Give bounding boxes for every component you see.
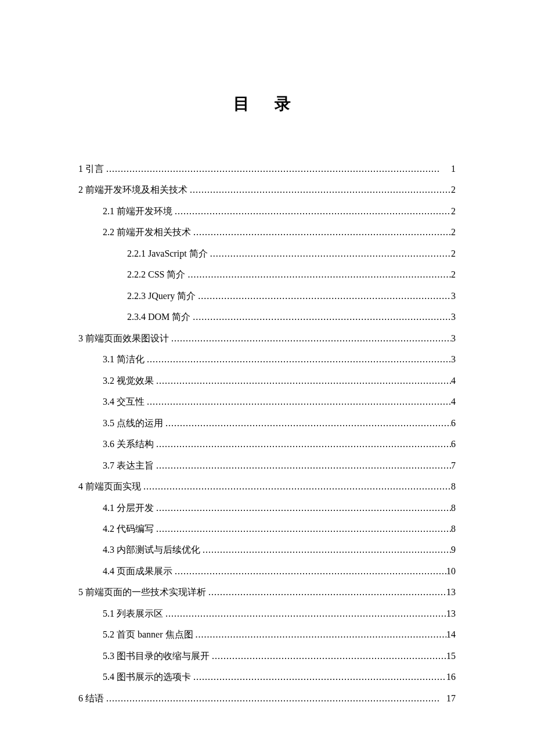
toc-entry-page: 3: [451, 349, 456, 370]
toc-dots: [172, 201, 451, 222]
toc-entry-number: 4.2: [103, 524, 114, 534]
toc-entry-number: 4.3: [103, 545, 114, 555]
toc-entry-page: 7: [451, 455, 456, 476]
toc-entry-label: 3.1 简洁化: [103, 349, 145, 370]
toc-entry-text: CSS 简介: [148, 269, 185, 279]
toc-entry-page: 1: [451, 159, 456, 179]
toc-entry-label: 1 引言: [78, 159, 104, 179]
toc-entry-page: 14: [446, 624, 456, 645]
toc-entry-text: 前端开发环境及相关技术: [85, 185, 187, 195]
toc-entry-text: 前端开发相关技术: [117, 227, 191, 237]
toc-entry-text: 点线的运用: [117, 418, 163, 428]
toc-entry: 3.5 点线的运用6: [78, 413, 456, 434]
toc-entry-number: 3.7: [103, 460, 114, 470]
toc-entry: 4.3 内部测试与后续优化9: [78, 539, 456, 560]
toc-entry-number: 1: [78, 164, 83, 174]
toc-dots: [191, 222, 451, 243]
toc-entry-text: 前端页面的一些技术实现详析: [85, 587, 206, 597]
toc-entry-text: 表达主旨: [117, 460, 154, 470]
toc-entry-page: 3: [451, 307, 456, 327]
toc-dots: [163, 603, 446, 624]
toc-entry-number: 2.3.4: [127, 312, 146, 322]
toc-entry: 2.2.3 JQuery 简介 3: [78, 286, 456, 307]
toc-entry-number: 5: [78, 587, 83, 597]
toc-entry: 2 前端开发环境及相关技术2: [78, 179, 456, 200]
toc-entry: 2.1 前端开发环境2: [78, 201, 456, 222]
toc-entry-label: 3.2 视觉效果: [103, 370, 154, 391]
toc-entry: 2.2.2 CSS 简介 2: [78, 264, 456, 285]
toc-dots: [154, 455, 451, 476]
toc-entry: 5.4 图书展示的选项卡16: [78, 667, 456, 687]
toc-entry-text: 列表展示区: [117, 609, 163, 618]
toc-entry-text: 前端页面实现: [85, 481, 141, 491]
toc-entry-text: 简洁化: [117, 354, 145, 364]
toc-entry-label: 3.7 表达主旨: [103, 455, 154, 476]
toc-entry-text: JQuery 简介: [148, 291, 196, 301]
toc-entry-label: 4.4 页面成果展示: [103, 561, 172, 582]
toc-dots: [210, 646, 446, 667]
toc-entry-page: 3: [451, 286, 456, 307]
toc-entry-text: 页面成果展示: [117, 566, 172, 576]
toc-entry-label: 2.3.4 DOM 简介: [127, 307, 190, 327]
toc-entry: 3 前端页面效果图设计3: [78, 328, 456, 349]
toc-dots: [169, 328, 451, 349]
toc-entry: 5.1 列表展示区13: [78, 603, 456, 624]
toc-entry-page: 8: [451, 519, 456, 539]
toc-entry-number: 3.4: [103, 397, 114, 406]
toc-entry-label: 5 前端页面的一些技术实现详析: [78, 582, 206, 603]
toc-entry-number: 3: [78, 333, 83, 343]
toc-entry-text: 关系结构: [117, 439, 154, 449]
toc-entry-number: 4.4: [103, 566, 114, 576]
toc-entry-page: 6: [451, 413, 456, 434]
toc-entry-page: 4: [451, 391, 456, 412]
toc-entry: 3.7 表达主旨7: [78, 455, 456, 476]
toc-entry: 4.2 代码编写8: [78, 519, 456, 539]
toc-entry-page: 16: [446, 667, 456, 687]
toc-entry-label: 2.1 前端开发环境: [103, 201, 172, 222]
toc-dots: [191, 667, 446, 687]
toc-entry-label: 5.4 图书展示的选项卡: [103, 667, 191, 687]
toc-dots: [206, 582, 446, 603]
toc-dots: [196, 286, 451, 307]
toc-dots: [154, 519, 451, 539]
toc-entry-number: 5.2: [103, 629, 114, 639]
toc-dots: [208, 243, 451, 264]
toc-entry-page: 10: [446, 561, 456, 582]
toc-entry-label: 4.1 分层开发: [103, 498, 154, 519]
toc-dots: [172, 561, 446, 582]
toc-entry-page: 2: [451, 179, 456, 200]
toc-dots: [154, 498, 451, 519]
toc-entry-page: 4: [451, 370, 456, 391]
toc-entry-number: 4: [78, 481, 83, 491]
toc-entry-number: 5.1: [103, 609, 114, 618]
toc-dots: [145, 391, 451, 412]
toc-entry-text: 前端开发环境: [117, 206, 172, 216]
toc-entry-label: 2.2.3 JQuery 简介: [127, 286, 196, 307]
toc-entry: 3.4 交互性4: [78, 391, 456, 412]
toc-entry: 5.2 首页 banner 焦点图14: [78, 624, 456, 645]
toc-entry-number: 5.3: [103, 651, 114, 661]
toc-entry: 3.6 关系结构6: [78, 434, 456, 455]
toc-entry-label: 5.2 首页 banner 焦点图: [103, 624, 193, 645]
toc-entry-label: 4 前端页面实现: [78, 476, 141, 497]
toc-entry: 5 前端页面的一些技术实现详析13: [78, 582, 456, 603]
toc-entry-number: 5.4: [103, 672, 114, 682]
toc-entry: 2.2.1 JavaScript 简介 2: [78, 243, 456, 264]
toc-entry-text: 图书目录的收缩与展开: [117, 651, 210, 661]
toc-entry-page: 15: [446, 646, 456, 667]
toc-entry-label: 5.1 列表展示区: [103, 603, 163, 624]
toc-entry-number: 3.1: [103, 354, 114, 364]
toc-entry-label: 4.3 内部测试与后续优化: [103, 539, 200, 560]
toc-dots: [190, 307, 451, 327]
toc-dots: [187, 179, 451, 200]
toc-entry-text: 图书展示的选项卡: [117, 672, 191, 682]
toc-entry-page: 13: [446, 582, 456, 603]
toc-entry-label: 2.2.2 CSS 简介: [127, 264, 185, 285]
toc-entry-label: 4.2 代码编写: [103, 519, 154, 539]
toc-entry-label: 2 前端开发环境及相关技术: [78, 179, 187, 200]
toc-entry-text: 引言: [85, 164, 104, 174]
toc-entry: 1 引言1: [78, 159, 456, 179]
toc-entry-number: 2: [78, 185, 83, 195]
toc-entry-number: 2.1: [103, 206, 114, 216]
toc-entry-text: JavaScript 简介: [148, 249, 208, 258]
